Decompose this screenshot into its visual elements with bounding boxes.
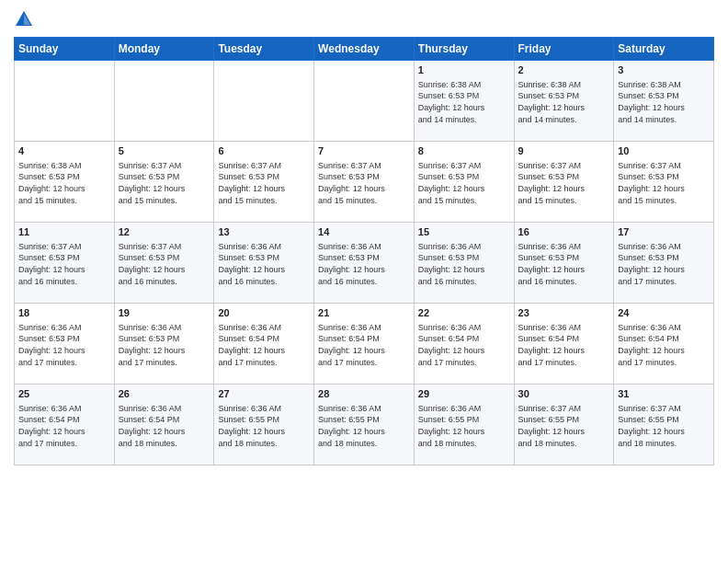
header	[14, 9, 714, 29]
day-info: Sunrise: 6:36 AM Sunset: 6:53 PM Dayligh…	[518, 241, 610, 287]
day-info: Sunrise: 6:36 AM Sunset: 6:53 PM Dayligh…	[618, 241, 710, 287]
calendar-cell: 21Sunrise: 6:36 AM Sunset: 6:54 PM Dayli…	[314, 304, 415, 385]
calendar-cell	[214, 61, 314, 142]
day-number: 21	[318, 306, 410, 320]
day-info: Sunrise: 6:36 AM Sunset: 6:53 PM Dayligh…	[418, 241, 510, 287]
weekday-header-friday: Friday	[514, 38, 614, 61]
weekday-header-tuesday: Tuesday	[214, 38, 314, 61]
calendar-cell: 22Sunrise: 6:36 AM Sunset: 6:54 PM Dayli…	[414, 304, 514, 385]
day-info: Sunrise: 6:38 AM Sunset: 6:53 PM Dayligh…	[18, 160, 110, 206]
day-number: 12	[119, 225, 210, 239]
calendar-row-3: 11Sunrise: 6:37 AM Sunset: 6:53 PM Dayli…	[15, 223, 714, 304]
day-info: Sunrise: 6:37 AM Sunset: 6:53 PM Dayligh…	[218, 160, 310, 206]
calendar-cell: 14Sunrise: 6:36 AM Sunset: 6:53 PM Dayli…	[314, 223, 415, 304]
calendar-cell: 7Sunrise: 6:37 AM Sunset: 6:53 PM Daylig…	[314, 142, 415, 223]
calendar-row-4: 18Sunrise: 6:36 AM Sunset: 6:53 PM Dayli…	[15, 304, 714, 385]
calendar-cell: 13Sunrise: 6:36 AM Sunset: 6:53 PM Dayli…	[214, 223, 314, 304]
day-info: Sunrise: 6:37 AM Sunset: 6:55 PM Dayligh…	[518, 403, 610, 449]
weekday-header-wednesday: Wednesday	[314, 38, 415, 61]
calendar-cell	[114, 61, 214, 142]
day-number: 10	[618, 144, 710, 158]
day-number: 30	[518, 387, 610, 401]
day-number: 28	[318, 387, 410, 401]
day-info: Sunrise: 6:38 AM Sunset: 6:53 PM Dayligh…	[618, 79, 710, 125]
day-info: Sunrise: 6:38 AM Sunset: 6:53 PM Dayligh…	[518, 79, 610, 125]
calendar-cell: 18Sunrise: 6:36 AM Sunset: 6:53 PM Dayli…	[15, 304, 115, 385]
day-number: 14	[318, 225, 410, 239]
day-info: Sunrise: 6:36 AM Sunset: 6:53 PM Dayligh…	[218, 241, 310, 287]
calendar-cell: 24Sunrise: 6:36 AM Sunset: 6:54 PM Dayli…	[614, 304, 714, 385]
day-number: 13	[218, 225, 310, 239]
day-info: Sunrise: 6:36 AM Sunset: 6:54 PM Dayligh…	[318, 322, 410, 368]
calendar-cell: 2Sunrise: 6:38 AM Sunset: 6:53 PM Daylig…	[514, 61, 614, 142]
calendar-cell: 4Sunrise: 6:38 AM Sunset: 6:53 PM Daylig…	[15, 142, 115, 223]
day-info: Sunrise: 6:37 AM Sunset: 6:53 PM Dayligh…	[418, 160, 510, 206]
day-number: 5	[119, 144, 210, 158]
svg-marker-1	[24, 14, 30, 25]
calendar-row-1: 1Sunrise: 6:38 AM Sunset: 6:53 PM Daylig…	[15, 61, 714, 142]
day-info: Sunrise: 6:36 AM Sunset: 6:55 PM Dayligh…	[418, 403, 510, 449]
day-number: 7	[318, 144, 410, 158]
calendar-cell: 8Sunrise: 6:37 AM Sunset: 6:53 PM Daylig…	[414, 142, 514, 223]
day-number: 23	[518, 306, 610, 320]
calendar-cell: 17Sunrise: 6:36 AM Sunset: 6:53 PM Dayli…	[614, 223, 714, 304]
day-info: Sunrise: 6:36 AM Sunset: 6:54 PM Dayligh…	[518, 322, 610, 368]
day-number: 8	[418, 144, 510, 158]
weekday-header-thursday: Thursday	[414, 38, 514, 61]
calendar-cell: 19Sunrise: 6:36 AM Sunset: 6:53 PM Dayli…	[114, 304, 214, 385]
calendar-cell: 15Sunrise: 6:36 AM Sunset: 6:53 PM Dayli…	[414, 223, 514, 304]
calendar-cell: 23Sunrise: 6:36 AM Sunset: 6:54 PM Dayli…	[514, 304, 614, 385]
day-number: 9	[518, 144, 610, 158]
day-info: Sunrise: 6:37 AM Sunset: 6:53 PM Dayligh…	[618, 160, 710, 206]
weekday-header-saturday: Saturday	[614, 38, 714, 61]
weekday-header-row: SundayMondayTuesdayWednesdayThursdayFrid…	[15, 38, 714, 61]
day-number: 16	[518, 225, 610, 239]
day-info: Sunrise: 6:36 AM Sunset: 6:54 PM Dayligh…	[18, 403, 110, 449]
calendar-cell: 10Sunrise: 6:37 AM Sunset: 6:53 PM Dayli…	[614, 142, 714, 223]
day-number: 26	[119, 387, 210, 401]
day-number: 4	[18, 144, 110, 158]
calendar-cell: 16Sunrise: 6:36 AM Sunset: 6:53 PM Dayli…	[514, 223, 614, 304]
day-info: Sunrise: 6:37 AM Sunset: 6:53 PM Dayligh…	[518, 160, 610, 206]
calendar-cell: 12Sunrise: 6:37 AM Sunset: 6:53 PM Dayli…	[114, 223, 214, 304]
day-info: Sunrise: 6:36 AM Sunset: 6:53 PM Dayligh…	[119, 322, 210, 368]
calendar-row-5: 25Sunrise: 6:36 AM Sunset: 6:54 PM Dayli…	[15, 385, 714, 465]
day-info: Sunrise: 6:36 AM Sunset: 6:53 PM Dayligh…	[318, 241, 410, 287]
calendar-cell: 26Sunrise: 6:36 AM Sunset: 6:54 PM Dayli…	[114, 385, 214, 465]
day-info: Sunrise: 6:36 AM Sunset: 6:55 PM Dayligh…	[218, 403, 310, 449]
calendar-cell: 6Sunrise: 6:37 AM Sunset: 6:53 PM Daylig…	[214, 142, 314, 223]
calendar-cell: 9Sunrise: 6:37 AM Sunset: 6:53 PM Daylig…	[514, 142, 614, 223]
calendar-cell: 5Sunrise: 6:37 AM Sunset: 6:53 PM Daylig…	[114, 142, 214, 223]
day-number: 22	[418, 306, 510, 320]
day-number: 29	[418, 387, 510, 401]
day-number: 20	[218, 306, 310, 320]
calendar-cell: 29Sunrise: 6:36 AM Sunset: 6:55 PM Dayli…	[414, 385, 514, 465]
day-number: 11	[18, 225, 110, 239]
day-info: Sunrise: 6:36 AM Sunset: 6:54 PM Dayligh…	[218, 322, 310, 368]
day-info: Sunrise: 6:37 AM Sunset: 6:53 PM Dayligh…	[18, 241, 110, 287]
day-number: 17	[618, 225, 710, 239]
calendar-cell: 31Sunrise: 6:37 AM Sunset: 6:55 PM Dayli…	[614, 385, 714, 465]
calendar-cell: 27Sunrise: 6:36 AM Sunset: 6:55 PM Dayli…	[214, 385, 314, 465]
day-info: Sunrise: 6:36 AM Sunset: 6:54 PM Dayligh…	[119, 403, 210, 449]
day-number: 24	[618, 306, 710, 320]
day-number: 19	[119, 306, 210, 320]
day-info: Sunrise: 6:38 AM Sunset: 6:53 PM Dayligh…	[418, 79, 510, 125]
weekday-header-sunday: Sunday	[15, 38, 115, 61]
day-info: Sunrise: 6:37 AM Sunset: 6:53 PM Dayligh…	[318, 160, 410, 206]
calendar: SundayMondayTuesdayWednesdayThursdayFrid…	[14, 37, 714, 465]
day-info: Sunrise: 6:36 AM Sunset: 6:53 PM Dayligh…	[18, 322, 110, 368]
calendar-row-2: 4Sunrise: 6:38 AM Sunset: 6:53 PM Daylig…	[15, 142, 714, 223]
calendar-cell: 25Sunrise: 6:36 AM Sunset: 6:54 PM Dayli…	[15, 385, 115, 465]
day-number: 25	[18, 387, 110, 401]
calendar-cell: 20Sunrise: 6:36 AM Sunset: 6:54 PM Dayli…	[214, 304, 314, 385]
calendar-cell: 28Sunrise: 6:36 AM Sunset: 6:55 PM Dayli…	[314, 385, 415, 465]
day-info: Sunrise: 6:36 AM Sunset: 6:54 PM Dayligh…	[618, 322, 710, 368]
day-info: Sunrise: 6:36 AM Sunset: 6:55 PM Dayligh…	[318, 403, 410, 449]
calendar-cell: 30Sunrise: 6:37 AM Sunset: 6:55 PM Dayli…	[514, 385, 614, 465]
day-number: 18	[18, 306, 110, 320]
day-number: 27	[218, 387, 310, 401]
calendar-cell: 1Sunrise: 6:38 AM Sunset: 6:53 PM Daylig…	[414, 61, 514, 142]
day-number: 1	[418, 63, 510, 77]
day-info: Sunrise: 6:37 AM Sunset: 6:53 PM Dayligh…	[119, 160, 210, 206]
